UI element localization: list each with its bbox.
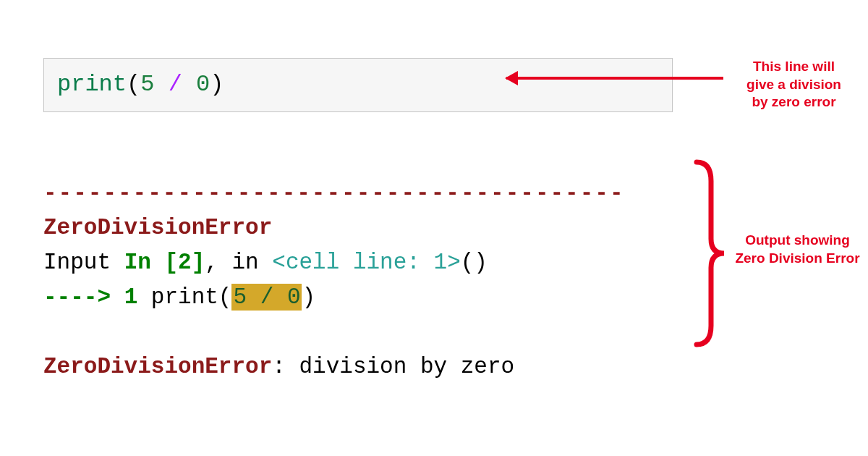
code-input-cell[interactable]: print(5 / 0) xyxy=(43,58,673,112)
annotation-2-line2: Zero Division Error xyxy=(735,250,859,266)
in-bracket-close: ] xyxy=(192,250,205,275)
annotation-arrow-icon xyxy=(506,77,723,80)
call-print-close: ) xyxy=(302,284,315,310)
traceback-divider: --------------------------------------- xyxy=(43,180,625,206)
token-paren-open: ( xyxy=(127,71,140,98)
token-number-0: 0 xyxy=(196,71,210,98)
token-paren-close: ) xyxy=(210,71,224,98)
in-bracket-open: In [ xyxy=(124,250,178,275)
input-label: Input xyxy=(43,250,124,275)
token-operator-divide: / xyxy=(154,71,196,98)
line-number: 1 xyxy=(124,284,151,310)
cell-number: 2 xyxy=(178,250,192,275)
error-colon: : xyxy=(272,354,299,379)
annotation-1-line1: This line will xyxy=(753,59,835,74)
comma: , xyxy=(205,250,231,275)
call-print-open: print( xyxy=(151,284,232,310)
annotation-code-cell: This line will give a division by zero e… xyxy=(731,58,857,111)
annotation-1-line3: by zero error xyxy=(752,94,835,109)
in-word: in xyxy=(231,250,272,275)
token-number-5: 5 xyxy=(140,71,154,98)
error-type-final: ZeroDivisionError xyxy=(43,354,272,379)
curly-brace-icon xyxy=(691,159,727,347)
annotation-2-line1: Output showing xyxy=(745,232,850,248)
empty-parens: () xyxy=(461,250,488,275)
annotation-1-line2: give a division xyxy=(746,77,841,92)
token-function: print xyxy=(57,71,127,98)
annotation-output: Output showing Zero Division Error xyxy=(731,232,864,267)
cell-line-ref: <cell line: 1> xyxy=(272,250,460,275)
error-message: division by zero xyxy=(299,354,514,379)
traceback-arrow: ----> xyxy=(43,284,124,310)
highlighted-expression: 5 / 0 xyxy=(231,284,302,311)
error-type-header: ZeroDivisionError xyxy=(43,215,272,240)
error-output: --------------------------------------- … xyxy=(43,141,673,384)
